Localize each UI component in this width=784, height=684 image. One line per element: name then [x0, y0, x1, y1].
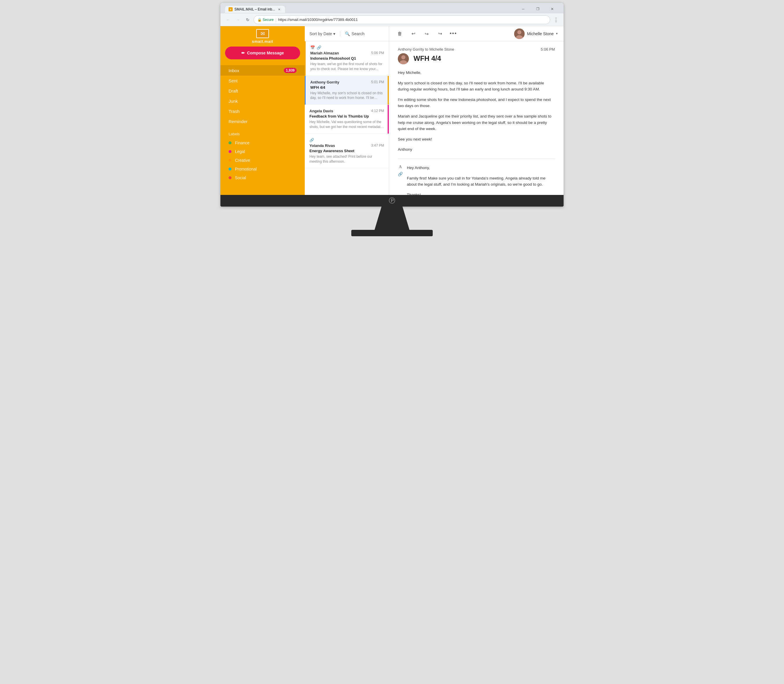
promotional-dot: [229, 168, 232, 171]
reply-body: Hey Anthony, Family first! Make sure you…: [407, 165, 555, 195]
email-divider: [398, 158, 555, 159]
user-area[interactable]: Michelle Stone ▾: [514, 29, 558, 39]
close-btn[interactable]: ✕: [546, 5, 559, 13]
hp-logo: Ⓟ: [389, 197, 395, 205]
svg-point-1: [517, 30, 522, 34]
email-item-2[interactable]: Angela Davis 4:12 PM Feedback from Val i…: [305, 105, 389, 134]
email-list-toolbar: Sort by Date ▾ 🔍 Search: [305, 26, 389, 41]
email-body: Hey Michelle, My son's school is closed …: [398, 69, 555, 153]
sort-button[interactable]: Sort by Date ▾: [309, 31, 335, 36]
email-item-0[interactable]: 📅 🔗 Mariah Almazan 5:06 PM Indonesia Pho…: [305, 41, 389, 76]
reply-all-button[interactable]: ↩: [422, 29, 431, 39]
tab-title: SMAIL.MAIL – Email inb...: [234, 7, 275, 11]
email-detail-content: Anthony Gorrity to Michelle Stone 5:06 P…: [389, 41, 563, 195]
monitor-base: [351, 230, 433, 236]
label-legal[interactable]: Legal: [229, 147, 296, 156]
legal-dot: [229, 150, 232, 153]
sidebar-item-sent[interactable]: Sent: [221, 76, 305, 86]
sidebar-item-junk[interactable]: Junk: [221, 96, 305, 106]
sidebar-item-trash[interactable]: Trash: [221, 106, 305, 116]
email-meta: Anthony Gorrity to Michelle Stone 5:06 P…: [398, 47, 555, 52]
user-avatar: [514, 29, 525, 39]
email-from-to: Anthony Gorrity to Michelle Stone: [398, 47, 454, 52]
labels-section: Labels Finance Legal Creative: [221, 128, 305, 184]
inbox-badge: 1,939: [284, 68, 296, 73]
email-detail-time: 5:06 PM: [541, 47, 555, 52]
email-detail: 🗑 ↩ ↩ ↪ •••: [389, 26, 563, 195]
social-dot: [229, 176, 232, 179]
user-name: Michelle Stone: [527, 31, 554, 36]
forward-button[interactable]: ↪: [435, 29, 445, 39]
label-creative[interactable]: Creative: [229, 156, 296, 165]
secure-badge: 🔒 Secure: [258, 18, 274, 22]
monitor-stand: [375, 206, 409, 230]
logo-text: smail.mail: [252, 39, 274, 44]
reply-area: A 🔗 Hey Anthony, Family first! Make sure…: [398, 165, 555, 195]
finance-dot: [229, 141, 232, 144]
browser-menu-btn[interactable]: ⋮: [552, 16, 560, 24]
logo-icon: ✉: [256, 29, 269, 38]
compose-icon: ✏: [241, 51, 245, 55]
refresh-btn[interactable]: ↻: [244, 16, 252, 24]
reply-link-icon: 🔗: [398, 172, 403, 176]
email-detail-toolbar: 🗑 ↩ ↩ ↪ •••: [389, 26, 563, 41]
monitor-frame: Ⓟ: [221, 195, 563, 206]
reply-initial-icon: A: [399, 165, 402, 169]
label-social[interactable]: Social: [229, 173, 296, 182]
email-detail-subject: WFH 4/4: [414, 55, 441, 63]
reply-button[interactable]: ↩: [408, 29, 418, 39]
sidebar-item-reminder[interactable]: Reminder: [221, 116, 305, 127]
compose-button[interactable]: ✏ Compose Message: [225, 47, 300, 59]
tab-close-btn[interactable]: ✕: [277, 7, 282, 11]
attachment-icon-2: 🔗: [309, 138, 314, 142]
url-text: https://smail.mail/10300/nrgdrive/77389.…: [278, 18, 358, 22]
delete-button[interactable]: 🗑: [395, 29, 405, 39]
search-button[interactable]: 🔍 Search: [345, 31, 364, 36]
email-list: 📅 🔗 Mariah Almazan 5:06 PM Indonesia Pho…: [305, 41, 389, 195]
labels-title: Labels: [229, 132, 296, 136]
more-button[interactable]: •••: [448, 29, 458, 39]
svg-point-4: [401, 55, 406, 59]
browser-tab[interactable]: S SMAIL.MAIL – Email inb... ✕: [225, 6, 285, 13]
logo-area: ✉ smail.mail: [221, 26, 305, 47]
sidebar: ✉ smail.mail ✏ Compose Message Inbox 1,9…: [221, 26, 305, 195]
sort-dropdown-icon: ▾: [333, 31, 335, 36]
attachment-icon: 🔗: [317, 45, 321, 50]
forward-btn[interactable]: →: [234, 16, 242, 24]
label-finance[interactable]: Finance: [229, 139, 296, 147]
tab-favicon: S: [229, 7, 233, 11]
sidebar-item-inbox[interactable]: Inbox 1,939: [221, 65, 305, 76]
app-container: ✉ smail.mail ✏ Compose Message Inbox 1,9…: [221, 26, 563, 195]
creative-dot: [229, 159, 232, 162]
back-btn[interactable]: ←: [224, 16, 232, 24]
user-dropdown-icon[interactable]: ▾: [556, 32, 558, 35]
sender-avatar: [398, 53, 409, 64]
restore-btn[interactable]: ❐: [531, 5, 544, 13]
label-promotional[interactable]: Promotional: [229, 165, 296, 173]
sidebar-item-draft[interactable]: Draft: [221, 86, 305, 96]
email-item-1[interactable]: Anthony Gorrity 5:01 PM WFH 4/4 Hey Mich…: [305, 76, 389, 105]
browser-titlebar: S SMAIL.MAIL – Email inb... ✕ ─ ❐ ✕: [221, 3, 563, 13]
reply-icons: A 🔗: [398, 165, 403, 195]
email-list-area: Sort by Date ▾ 🔍 Search 📅: [305, 26, 389, 195]
email-item-3[interactable]: 🔗 Yolanda Rivas 3:47 PM Energy Awareness…: [305, 134, 389, 168]
calendar-icon: 📅: [310, 45, 315, 50]
minimize-btn[interactable]: ─: [517, 5, 530, 13]
browser-toolbar: ← → ↻ 🔒 Secure | https://smail.mail/1030…: [221, 13, 563, 26]
address-bar[interactable]: 🔒 Secure | https://smail.mail/10300/nrgd…: [254, 15, 550, 24]
search-icon: 🔍: [345, 31, 350, 36]
nav-items: Inbox 1,939 Sent Draft Junk Trash: [221, 63, 305, 128]
